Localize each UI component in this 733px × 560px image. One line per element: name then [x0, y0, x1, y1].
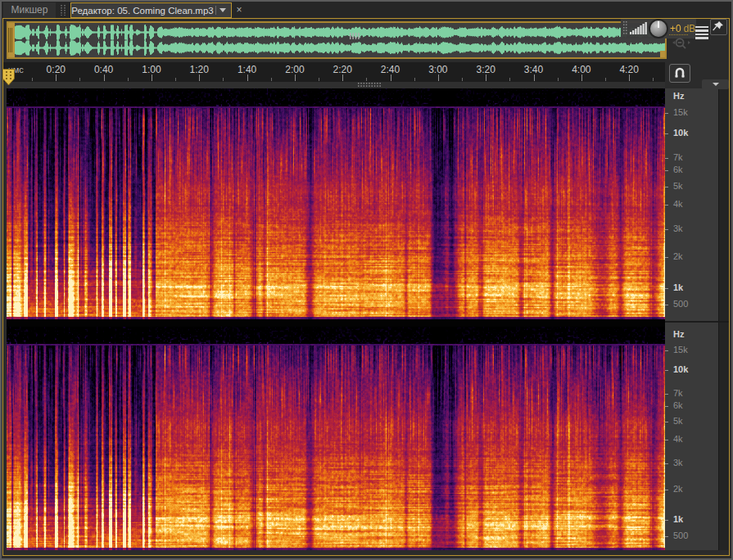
time-label: 2:20 [333, 64, 352, 75]
freq-tick [665, 288, 668, 289]
freq-tick [665, 113, 668, 114]
ruler-tick [605, 78, 606, 81]
freq-tick [665, 229, 668, 230]
overview-waveform-canvas[interactable] [8, 23, 665, 57]
zoom-out-icon[interactable] [670, 37, 693, 50]
ruler-tick [175, 78, 176, 81]
ruler-tick [319, 78, 319, 81]
ruler-tick [391, 75, 391, 81]
volume-bars-icon [630, 21, 649, 34]
scrollbar-menu-button[interactable] [702, 79, 729, 89]
freq-label: 1k [673, 514, 683, 524]
freq-label: 3k [673, 458, 683, 467]
freq-label: 15k [673, 345, 688, 355]
freq-tick [665, 305, 668, 305]
time-label: 3:00 [428, 64, 447, 75]
time-label: 1:20 [190, 64, 209, 75]
tab-editor[interactable]: Редактор: 05. Coming Clean.mp3 [70, 2, 232, 18]
overview-left-handle[interactable] [7, 21, 15, 59]
channel-divider [7, 319, 665, 327]
freq-unit-label: Hz [673, 329, 684, 339]
freq-tick [665, 406, 668, 407]
time-label: 2:40 [381, 64, 400, 75]
ruler-tick [366, 78, 367, 81]
overview-grip-icon [350, 33, 361, 39]
freq-tick [665, 133, 668, 134]
zoom-bar-grip-icon [358, 83, 382, 88]
magnet-icon [670, 65, 690, 82]
freq-label: 7k [673, 388, 683, 398]
ruler-tick [295, 75, 296, 81]
freq-label: 4k [673, 199, 683, 209]
frequency-scale-divider [665, 321, 730, 323]
tab-close-icon[interactable]: × [233, 2, 245, 18]
freq-label: 4k [673, 434, 683, 444]
freq-label: 3k [673, 224, 683, 233]
freq-label: 5k [673, 416, 683, 426]
freq-label: 10k [673, 128, 688, 138]
playhead-marker[interactable] [2, 69, 16, 86]
tab-dropdown-icon[interactable] [219, 8, 226, 12]
time-label: 1:00 [142, 64, 161, 75]
freq-tick [665, 158, 668, 159]
ruler-tick [199, 75, 200, 81]
time-label: 3:40 [524, 64, 543, 75]
ruler-tick [128, 78, 129, 81]
ruler-tick [486, 75, 486, 81]
freq-tick [665, 170, 668, 171]
freq-tick [665, 422, 668, 422]
gain-underline [669, 34, 688, 35]
gain-knob[interactable] [650, 20, 667, 37]
tab-separator [215, 6, 216, 15]
overview-right-handle[interactable] [660, 51, 667, 59]
freq-label: 5k [673, 181, 683, 191]
ruler-tick [223, 78, 224, 81]
time-label: 0:20 [47, 64, 66, 75]
snap-button[interactable] [669, 64, 690, 83]
freq-label: 7k [673, 152, 683, 162]
toolbar-grip-icon [623, 21, 628, 34]
pin-button[interactable] [710, 19, 727, 35]
ruler-tick [414, 78, 415, 81]
freq-tick [665, 205, 668, 205]
freq-label: 2k [673, 251, 683, 261]
freq-label: 500 [673, 531, 688, 540]
freq-tick [665, 257, 668, 258]
ruler-tick [558, 78, 559, 81]
freq-label: 500 [673, 299, 688, 309]
panel-menu-icon[interactable] [695, 26, 708, 41]
audition-editor-window: Микшер Редактор: 05. Coming Clean.mp3 × … [0, 0, 733, 560]
spectrogram-channel-2[interactable] [7, 327, 665, 550]
freq-label: 15k [673, 107, 688, 117]
horizontal-zoom-bar[interactable] [3, 82, 665, 88]
freq-unit-label: Hz [673, 91, 684, 101]
ruler-tick [56, 75, 57, 81]
freq-tick [665, 370, 668, 371]
gain-value[interactable]: +0dB [670, 23, 695, 34]
freq-tick [665, 350, 668, 351]
ruler-tick [104, 75, 105, 81]
spectrogram-channel-1[interactable] [7, 88, 665, 319]
time-label: 4:00 [572, 64, 590, 75]
ruler-tick [247, 75, 248, 81]
time-label: 0:40 [94, 64, 113, 75]
ruler-tick [534, 75, 535, 81]
ruler-tick [629, 75, 630, 81]
vertical-scrollbar[interactable] [718, 88, 730, 550]
frequency-scale[interactable]: Hz15k10k7k6k5k4k3k2k1k500Hz15k10k7k6k5k4… [665, 88, 718, 550]
freq-label: 6k [673, 400, 683, 410]
time-label: 3:20 [476, 64, 495, 75]
ruler-tick [653, 78, 654, 81]
freq-label: 2k [673, 484, 683, 494]
tab-grip-icon [61, 5, 67, 16]
pin-icon [711, 20, 725, 33]
time-ruler[interactable]: чмс 0:200:401:001:201:402:002:202:403:00… [3, 62, 665, 82]
ruler-tick [79, 78, 80, 81]
tab-mixer[interactable]: Микшер [3, 2, 56, 18]
freq-tick [665, 536, 668, 537]
ruler-tick [342, 75, 343, 81]
ruler-tick [271, 78, 272, 81]
freq-label: 6k [673, 165, 683, 174]
freq-tick [665, 187, 668, 187]
freq-tick [665, 463, 668, 464]
